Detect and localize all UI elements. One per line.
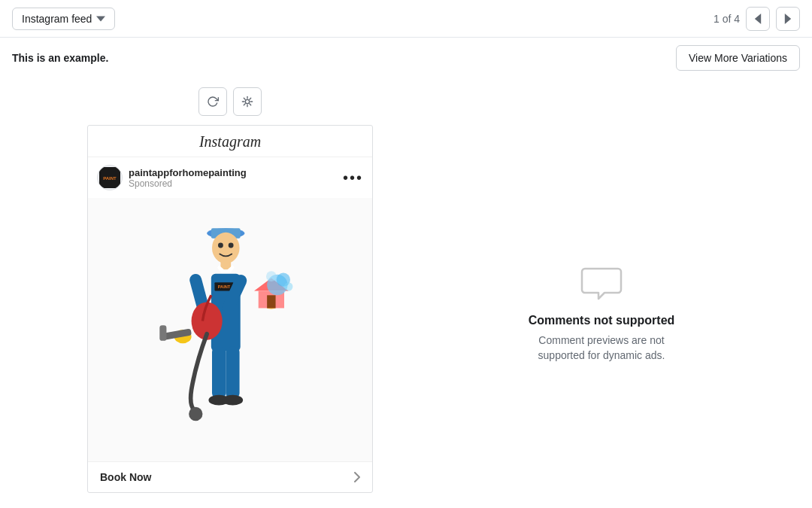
view-more-variations-button[interactable]: View More Variations (676, 45, 800, 71)
bug-button[interactable] (233, 87, 262, 116)
account-name: paintappforhomepainting (129, 167, 247, 178)
chevron-right-icon (784, 14, 792, 24)
next-button[interactable] (776, 7, 800, 31)
svg-line-4 (250, 104, 251, 105)
book-now-chevron-icon (354, 472, 360, 482)
left-column: Instagram PAINT paintappforhomepainting … (87, 87, 373, 493)
account-details: paintappforhomepainting Sponsored (129, 167, 247, 189)
chevron-left-icon (754, 14, 762, 24)
svg-line-3 (244, 104, 245, 105)
comments-not-supported-title: Comments not supported (529, 314, 675, 327)
instagram-card: Instagram PAINT paintappforhomepainting … (87, 125, 373, 493)
book-now-label: Book Now (100, 471, 151, 483)
svg-point-15 (229, 243, 234, 248)
refresh-button[interactable] (198, 87, 227, 116)
example-label: This is an example. (12, 52, 108, 64)
svg-rect-24 (159, 325, 166, 341)
svg-rect-35 (212, 347, 226, 399)
book-now-bar[interactable]: Book Now (88, 461, 372, 492)
comments-not-supported-desc: Comment previews are not supported for d… (519, 333, 684, 363)
main-content: Instagram PAINT paintappforhomepainting … (0, 78, 812, 502)
top-bar: Instagram feed 1 of 4 (0, 0, 812, 38)
post-image: PAINT (88, 198, 372, 461)
svg-point-0 (245, 99, 249, 103)
svg-rect-36 (226, 347, 239, 399)
post-header: PAINT paintappforhomepainting Sponsored … (88, 157, 372, 198)
page-indicator: 1 of 4 (714, 13, 740, 25)
svg-point-39 (189, 407, 202, 421)
painter-illustration: PAINT (140, 209, 320, 450)
comments-panel: Comments not supported Comment previews … (403, 87, 800, 493)
action-icons-row (198, 87, 262, 116)
sponsored-label: Sponsored (129, 178, 247, 189)
account-logo-icon: PAINT (99, 167, 120, 188)
comment-icon (580, 263, 623, 305)
pagination-controls: 1 of 4 (714, 7, 800, 31)
svg-text:PAINT: PAINT (103, 176, 117, 181)
avatar: PAINT (97, 165, 123, 190)
prev-button[interactable] (746, 7, 770, 31)
refresh-icon (207, 96, 219, 108)
bug-icon (241, 96, 253, 108)
svg-text:PAINT: PAINT (218, 284, 231, 289)
svg-line-1 (244, 98, 245, 99)
svg-rect-29 (267, 295, 275, 308)
svg-point-13 (212, 233, 240, 263)
svg-point-14 (218, 243, 223, 248)
svg-line-2 (250, 98, 251, 99)
svg-point-32 (266, 271, 277, 281)
more-options-button[interactable]: ••• (343, 170, 363, 185)
feed-dropdown[interactable]: Instagram feed (12, 8, 115, 30)
chevron-down-icon (96, 14, 105, 23)
secondary-bar: This is an example. View More Variations (0, 38, 812, 78)
svg-point-33 (284, 282, 292, 291)
instagram-header: Instagram (88, 126, 372, 157)
svg-point-38 (223, 395, 243, 406)
account-info: PAINT paintappforhomepainting Sponsored (97, 165, 247, 190)
feed-dropdown-label: Instagram feed (22, 13, 92, 25)
